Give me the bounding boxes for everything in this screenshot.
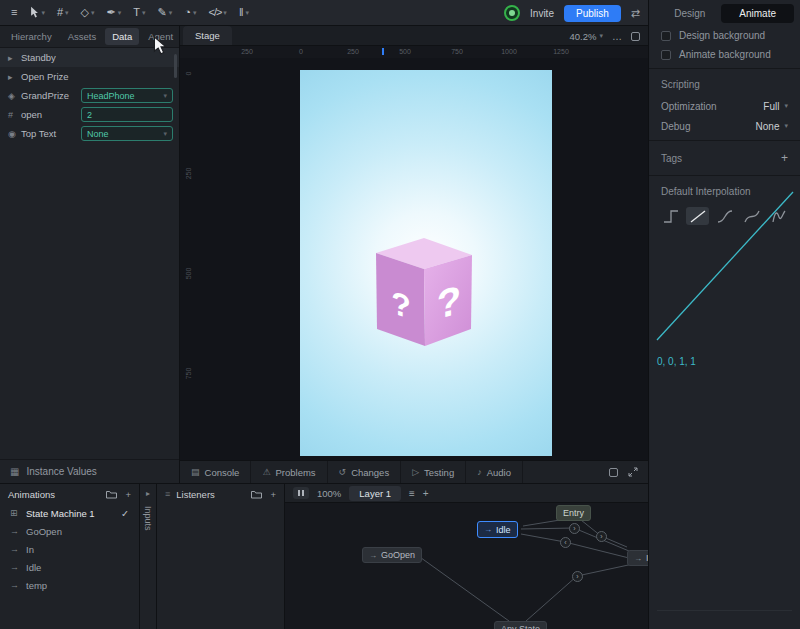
state-node-goopen[interactable]: → GoOpen <box>362 547 422 563</box>
tab-changes[interactable]: ↺ Changes <box>328 461 402 483</box>
transition-badge[interactable]: › <box>569 523 580 534</box>
ruler-label: 500 <box>399 48 411 55</box>
more-options-icon[interactable]: … <box>612 31 622 42</box>
layer-menu-icon[interactable]: ≡ <box>409 488 415 499</box>
add-listener-icon[interactable]: + <box>270 489 276 500</box>
shapes-tool-button[interactable]: ◇ ▾ <box>76 4 100 21</box>
debug-dropdown[interactable]: None ▾ <box>756 121 788 132</box>
add-tag-icon[interactable]: + <box>781 151 788 165</box>
animation-item-goopen[interactable]: → GoOpen <box>0 522 139 540</box>
animation-label: In <box>26 544 34 555</box>
design-background-checkbox[interactable] <box>661 31 671 41</box>
open-number-input[interactable]: 2 <box>81 107 173 122</box>
code-tool-button[interactable]: </> ▾ <box>203 4 231 21</box>
publish-button[interactable]: Publish <box>564 5 621 22</box>
shapes-icon: ◇ <box>81 7 89 18</box>
stage-viewport[interactable]: Stage 40.2% ▾ … 250 0 250 500 750 1000 1… <box>180 26 648 460</box>
state-machine-icon: ⊞ <box>10 508 20 518</box>
data-row-open[interactable]: # open 2 <box>0 105 179 124</box>
disclosure-icon[interactable]: ▸ <box>8 53 21 63</box>
select-tool-button[interactable]: ▾ <box>24 3 50 22</box>
inputs-collapsed-panel[interactable]: ▸ Inputs <box>140 483 157 629</box>
layer-tab[interactable]: Layer 1 <box>349 486 401 501</box>
artboard-tool-button[interactable]: # ▾ <box>52 4 74 21</box>
graph-toolbar: 100% Layer 1 ≡ + <box>285 484 648 503</box>
interpolation-curve[interactable] <box>649 182 800 352</box>
animate-background-row[interactable]: Animate background <box>649 45 800 64</box>
optimization-dropdown[interactable]: Full ▾ <box>763 101 788 112</box>
paint-tool-button[interactable]: ◔ ▾ <box>179 4 201 21</box>
animation-item-temp[interactable]: → temp <box>0 576 139 594</box>
animation-label: temp <box>26 580 47 591</box>
stage-tab[interactable]: Stage <box>183 26 232 45</box>
pen-tool-button[interactable]: ✒ ▾ <box>102 4 127 21</box>
invite-button[interactable]: Invite <box>530 8 554 19</box>
animation-state-icon: → <box>369 551 377 560</box>
state-node-in[interactable]: → In <box>627 550 648 566</box>
checkbox-label: Design background <box>679 30 765 41</box>
playback-toggle-icon[interactable] <box>293 487 309 499</box>
instance-values-button[interactable]: ▦ Instance Values <box>0 459 179 483</box>
expand-panel-icon[interactable] <box>628 467 638 477</box>
state-node-entry[interactable]: Entry <box>556 505 591 521</box>
zoom-control[interactable]: 40.2% ▾ <box>570 31 603 42</box>
tab-testing[interactable]: ▷ Testing <box>401 461 466 483</box>
panel-resize-handle[interactable] <box>657 610 792 611</box>
tab-audio[interactable]: ♪ Audio <box>466 461 523 483</box>
add-animation-icon[interactable]: + <box>125 489 131 500</box>
add-layer-icon[interactable]: + <box>423 488 429 499</box>
animation-state-icon: → <box>634 554 642 563</box>
tab-assets[interactable]: Assets <box>61 28 104 45</box>
main-menu-button[interactable]: ≡ <box>6 4 22 21</box>
design-background-row[interactable]: Design background <box>649 26 800 45</box>
tab-console[interactable]: ▤ Console <box>180 461 251 483</box>
ruler-playhead[interactable] <box>382 48 384 55</box>
data-row-open-prize[interactable]: ▸ Open Prize <box>0 67 179 86</box>
new-folder-icon[interactable] <box>251 490 262 499</box>
ruler-label: 750 <box>451 48 463 55</box>
fit-view-icon[interactable] <box>631 32 640 41</box>
pencil-tool-button[interactable]: ✎ ▾ <box>153 4 178 21</box>
grandprize-dropdown[interactable]: HeadPhone ▾ <box>81 88 173 103</box>
tab-problems[interactable]: ⚠ Problems <box>251 461 327 483</box>
chevron-down-icon: ▾ <box>65 9 69 17</box>
animation-item-state-machine[interactable]: ⊞ State Machine 1 ✓ <box>0 504 139 522</box>
code-icon: </> <box>208 7 221 18</box>
tab-design[interactable]: Design <box>660 4 719 23</box>
debug-label: Debug <box>661 121 690 132</box>
tab-data[interactable]: Data <box>105 28 139 45</box>
data-row-grandprize[interactable]: ◈ GrandPrize HeadPhone ▾ <box>0 86 179 105</box>
text-tool-icon: T <box>133 7 140 18</box>
expand-inputs-icon[interactable]: ▸ <box>146 489 150 498</box>
stage-controls: 40.2% ▾ … <box>570 26 640 46</box>
swap-panels-icon[interactable]: ⇄ <box>631 7 640 20</box>
transition-badge[interactable]: › <box>596 531 607 542</box>
tab-label: Problems <box>275 467 315 478</box>
new-folder-icon[interactable] <box>106 490 117 499</box>
tab-animate[interactable]: Animate <box>721 4 794 23</box>
columns-tool-button[interactable]: ‖ ▾ <box>234 4 254 21</box>
top-text-dropdown[interactable]: None ▾ <box>81 126 173 141</box>
state-machine-graph-panel[interactable]: 100% Layer 1 ≡ + › ‹ › › Entry → Idle <box>285 483 648 629</box>
animation-item-idle[interactable]: → Idle <box>0 558 139 576</box>
disclosure-icon[interactable]: ▸ <box>8 72 21 82</box>
dropdown-value: None <box>756 121 780 132</box>
scrollbar-thumb[interactable] <box>174 54 177 78</box>
text-tool-button[interactable]: T ▾ <box>128 4 150 21</box>
state-node-any-state[interactable]: Any State <box>494 621 547 629</box>
artboard[interactable]: ? ? <box>300 70 552 456</box>
transition-badge[interactable]: ‹ <box>560 537 571 548</box>
mystery-cube[interactable]: ? ? <box>364 236 484 348</box>
state-node-idle[interactable]: → Idle <box>477 521 518 538</box>
graph-zoom-value[interactable]: 100% <box>317 488 341 499</box>
animate-background-checkbox[interactable] <box>661 50 671 60</box>
data-row-top-text[interactable]: ◉ Top Text None ▾ <box>0 124 179 143</box>
listeners-panel: ≡ Listeners + <box>157 483 285 629</box>
transition-badge[interactable]: › <box>572 571 583 582</box>
preview-window-icon[interactable] <box>609 468 618 477</box>
chevron-down-icon: ▾ <box>91 9 95 17</box>
chevron-down-icon: ▾ <box>163 92 167 100</box>
animation-item-in[interactable]: → In <box>0 540 139 558</box>
tab-hierarchy[interactable]: Hierarchy <box>4 28 59 45</box>
avatar[interactable] <box>504 5 520 21</box>
